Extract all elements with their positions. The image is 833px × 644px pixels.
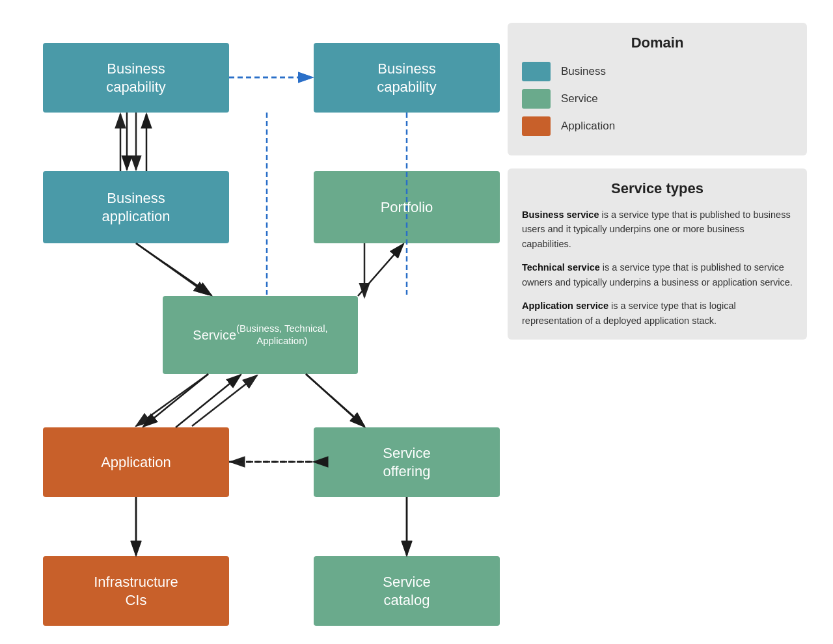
technical-service-label: Technical service [522, 262, 600, 273]
service-types-title: Service types [522, 180, 793, 197]
node-biz-app: Businessapplication [43, 171, 229, 243]
node-biz-cap-left: Businesscapability [43, 43, 229, 113]
application-service-label: Application service [522, 301, 608, 311]
svg-line-9 [136, 374, 208, 426]
svg-line-26 [176, 375, 241, 427]
service-types-panel: Service types Business service is a serv… [508, 168, 807, 340]
legend-item-business: Business [522, 62, 793, 81]
node-service: Service(Business, Technical,Application) [163, 296, 358, 374]
svg-line-10 [306, 374, 364, 426]
service-types-content: Business service is a service type that … [522, 208, 793, 328]
svg-line-25 [143, 374, 208, 427]
legend-item-application: Application [522, 116, 793, 136]
node-infra-ci: InfrastructureCIs [43, 556, 229, 626]
service-type-application: Application service is a service type th… [522, 299, 793, 328]
legend-list: Business Service Application [522, 62, 793, 136]
node-application: Application [43, 427, 229, 497]
legend-box-business [522, 62, 551, 81]
legend-label-application: Application [561, 120, 615, 133]
business-service-label: Business service [522, 209, 599, 220]
right-panels: Domain Business Service Application Serv… [508, 23, 807, 621]
service-type-business: Business service is a service type that … [522, 208, 793, 251]
svg-line-8 [136, 243, 208, 295]
svg-line-27 [306, 374, 364, 427]
legend-label-business: Business [561, 65, 606, 78]
domain-panel: Domain Business Service Application [508, 23, 807, 155]
node-svc-catalog: Servicecatalog [314, 556, 500, 626]
svg-line-24 [358, 244, 403, 296]
node-biz-cap-right: Businesscapability [314, 43, 500, 113]
node-portfolio: Portfolio [314, 171, 500, 243]
service-type-technical: Technical service is a service type that… [522, 260, 793, 289]
legend-item-service: Service [522, 89, 793, 109]
legend-box-application [522, 116, 551, 136]
page-container: Businesscapability Businesscapability Bu… [13, 10, 820, 634]
legend-box-service [522, 89, 551, 109]
svg-line-11 [192, 375, 257, 426]
diagram-area: Businesscapability Businesscapability Bu… [26, 23, 495, 621]
legend-label-service: Service [561, 92, 598, 105]
domain-title: Domain [522, 34, 793, 51]
svg-line-23 [136, 243, 212, 295]
node-svc-offering: Serviceoffering [314, 427, 500, 497]
